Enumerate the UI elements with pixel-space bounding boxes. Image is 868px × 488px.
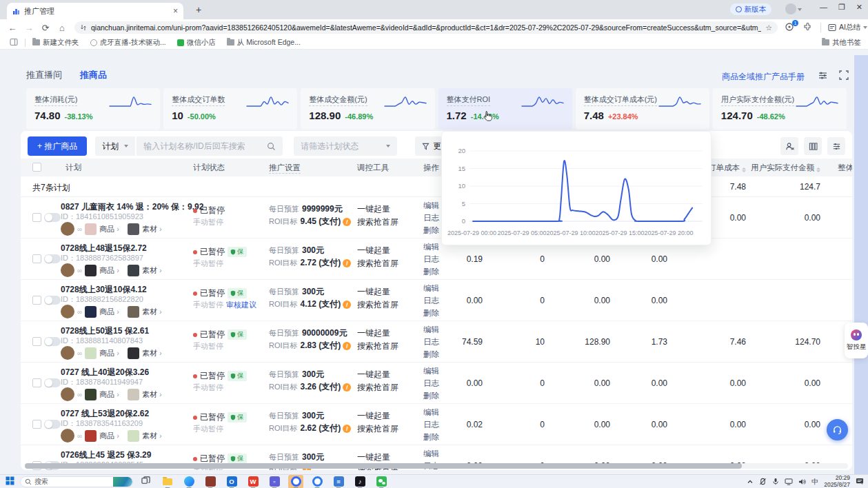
material-thumbnail[interactable]: [128, 265, 139, 276]
search-icon[interactable]: [267, 142, 276, 151]
other-bookmarks[interactable]: 其他书签: [822, 38, 861, 48]
col-header-settings[interactable]: 推广设置: [269, 163, 301, 174]
fullscreen-icon[interactable]: [839, 70, 849, 83]
taskbar-app-icon[interactable]: [374, 475, 389, 488]
material-link[interactable]: 素材 ›: [142, 307, 162, 317]
col-header-status[interactable]: 计划状态: [193, 163, 225, 173]
col-header-plan[interactable]: 计划: [65, 163, 81, 173]
bookmark-item[interactable]: 新建文件夹: [32, 38, 79, 48]
back-button[interactable]: ←: [4, 23, 21, 33]
product-link[interactable]: 商品 ›: [99, 265, 119, 276]
window-close-button[interactable]: ✕: [856, 3, 862, 12]
op-edit-link[interactable]: 编辑: [423, 366, 439, 376]
op-delete-link[interactable]: 删除: [423, 267, 439, 277]
op-delete-link[interactable]: 删除: [423, 225, 439, 236]
bookmark-item[interactable]: 虎牙直播-技术驱动...: [90, 38, 166, 48]
plan-type-select[interactable]: 计划: [95, 136, 135, 156]
row-toggle-switch[interactable]: [44, 296, 61, 305]
scrollbar-thumb[interactable]: [25, 463, 742, 469]
taskbar-app-icon[interactable]: [181, 475, 196, 488]
op-delete-link[interactable]: 删除: [423, 349, 439, 360]
row-checkbox[interactable]: [32, 337, 41, 346]
row-toggle-switch[interactable]: [44, 378, 61, 387]
op-edit-link[interactable]: 编辑: [423, 325, 439, 335]
material-thumbnail[interactable]: [128, 430, 139, 442]
side-panel-icon[interactable]: [10, 38, 18, 48]
new-tab-button[interactable]: +: [192, 4, 205, 15]
network-display-icon[interactable]: [785, 478, 793, 485]
address-bar[interactable]: qianchuan.jinritemai.com/uni-prom?aavid=…: [74, 21, 778, 34]
op-edit-link[interactable]: 编辑: [423, 201, 439, 211]
product-link[interactable]: 商品 ›: [99, 307, 119, 317]
new-version-badge[interactable]: 新版本: [730, 3, 772, 15]
material-thumbnail[interactable]: [128, 389, 139, 400]
volume-icon[interactable]: [798, 478, 806, 485]
task-view-button[interactable]: [141, 476, 150, 488]
op-delete-link[interactable]: 删除: [423, 308, 439, 318]
window-maximize-button[interactable]: ❐: [838, 3, 845, 12]
audience-icon-button[interactable]: [780, 137, 798, 155]
browser-tab[interactable]: 推广管理 ×: [7, 3, 183, 19]
taskbar-app-icon[interactable]: [160, 475, 175, 488]
row-toggle-switch[interactable]: [44, 337, 61, 346]
plan-status-select[interactable]: 请筛选计划状态: [294, 136, 397, 156]
help-support-button[interactable]: [827, 419, 848, 440]
tool-boost-link[interactable]: 一键起量: [357, 203, 390, 215]
ai-summary-button[interactable]: AI总结: [828, 23, 867, 32]
col-header-ops[interactable]: 操作: [423, 163, 439, 173]
material-thumbnail[interactable]: [128, 347, 139, 359]
material-thumbnail[interactable]: [128, 306, 139, 318]
custom-columns-icon-button[interactable]: [827, 137, 845, 155]
row-checkbox[interactable]: [32, 420, 41, 429]
reload-button[interactable]: ⟳: [37, 23, 54, 33]
tool-search-link[interactable]: 搜索抢首屏: [357, 340, 398, 352]
taskbar-app-icon[interactable]: W: [245, 475, 261, 488]
assistant-widget[interactable]: 智投星: [845, 323, 868, 358]
forward-button[interactable]: →: [21, 23, 37, 33]
tool-search-link[interactable]: 搜索抢首屏: [357, 423, 398, 435]
col-header-overall[interactable]: 整体: [838, 163, 852, 173]
pointer-device-icon[interactable]: [759, 478, 767, 485]
bookmark-star-icon[interactable]: ☆: [765, 23, 772, 32]
tab-close-icon[interactable]: ×: [173, 6, 178, 16]
product-link[interactable]: 商品 ›: [99, 431, 119, 441]
taskbar-app-icon[interactable]: ▫: [267, 475, 282, 488]
material-thumbnail[interactable]: [128, 223, 139, 235]
start-button[interactable]: [6, 476, 14, 488]
product-thumbnail[interactable]: [85, 389, 97, 400]
product-link[interactable]: 商品 ›: [99, 389, 119, 400]
product-thumbnail[interactable]: [85, 306, 97, 318]
warning-icon[interactable]: !: [343, 218, 351, 226]
warning-icon[interactable]: !: [343, 342, 351, 350]
taskbar-app-icon[interactable]: [310, 475, 325, 488]
microphone-icon[interactable]: [772, 478, 779, 485]
product-link[interactable]: 商品 ›: [99, 224, 119, 234]
material-link[interactable]: 素材 ›: [142, 431, 162, 441]
promote-product-button[interactable]: + 推广商品: [28, 136, 87, 156]
material-link[interactable]: 素材 ›: [142, 348, 162, 358]
tool-boost-link[interactable]: 一键起量: [357, 410, 390, 422]
tool-search-link[interactable]: 搜索抢首屏: [357, 382, 398, 394]
warning-icon[interactable]: !: [343, 301, 351, 309]
product-thumbnail[interactable]: [85, 430, 97, 442]
op-edit-link[interactable]: 编辑: [423, 449, 439, 459]
row-checkbox[interactable]: [32, 296, 41, 305]
warning-icon[interactable]: !: [343, 383, 351, 392]
taskbar-app-icon[interactable]: ♪: [352, 475, 367, 488]
ime-indicator[interactable]: 中: [811, 477, 818, 487]
select-all-checkbox[interactable]: [32, 163, 41, 172]
material-link[interactable]: 素材 ›: [142, 265, 162, 276]
horizontal-scrollbar[interactable]: [25, 463, 848, 469]
search-highlight-image[interactable]: [113, 476, 132, 487]
row-checkbox[interactable]: [32, 378, 41, 387]
op-delete-link[interactable]: 删除: [423, 391, 439, 401]
plan-search-input[interactable]: 输入计划名称/ID后回车搜索: [137, 136, 283, 156]
row-checkbox[interactable]: [32, 254, 41, 263]
col-header-user-pay[interactable]: 用户实际支付金额: [746, 163, 820, 173]
stat-card[interactable]: 用户实际支付金额(元) 124.70 -48.62%: [713, 88, 847, 130]
taskbar-app-icon[interactable]: ≡: [331, 475, 346, 488]
row-toggle-switch[interactable]: [44, 420, 61, 429]
op-log-link[interactable]: 日志: [423, 213, 439, 223]
settings-sliders-icon[interactable]: [818, 70, 828, 83]
row-checkbox[interactable]: [32, 213, 41, 222]
